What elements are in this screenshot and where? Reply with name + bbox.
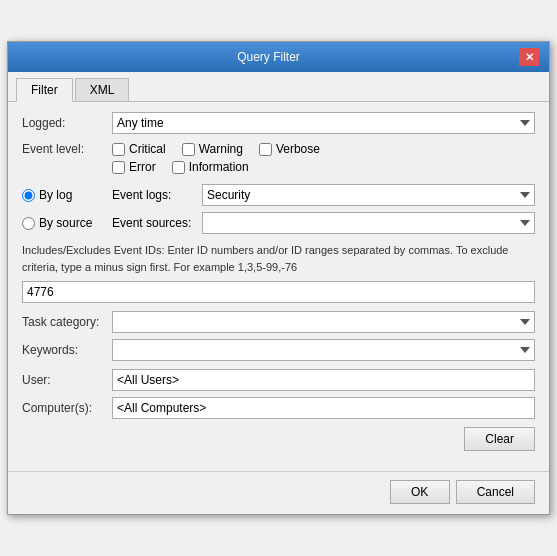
- cancel-button[interactable]: Cancel: [456, 480, 535, 504]
- by-source-label: By source: [39, 216, 92, 230]
- verbose-checkbox-item[interactable]: Verbose: [259, 142, 320, 156]
- logged-select[interactable]: Any time Last hour Last 12 hours Last 24…: [112, 112, 535, 134]
- user-input[interactable]: [112, 369, 535, 391]
- event-level-label: Event level:: [22, 142, 112, 156]
- by-source-radio-label[interactable]: By source: [22, 216, 112, 230]
- information-label: Information: [189, 160, 249, 174]
- by-source-radio[interactable]: [22, 217, 35, 230]
- by-log-radio-label[interactable]: By log: [22, 188, 112, 202]
- by-log-radio[interactable]: [22, 189, 35, 202]
- event-level-checkboxes: Critical Warning Verbose Error: [112, 142, 336, 178]
- event-logs-select[interactable]: Security: [202, 184, 535, 206]
- task-category-control: [112, 311, 535, 333]
- clear-btn-row: Clear: [22, 427, 535, 451]
- keywords-control: [112, 339, 535, 361]
- logged-label: Logged:: [22, 116, 112, 130]
- verbose-label: Verbose: [276, 142, 320, 156]
- event-logs-row: Event logs: Security: [112, 184, 535, 206]
- warning-checkbox[interactable]: [182, 143, 195, 156]
- task-category-select[interactable]: [112, 311, 535, 333]
- by-log-section: By log Event logs: Security: [22, 184, 535, 206]
- task-category-label: Task category:: [22, 315, 112, 329]
- clear-button[interactable]: Clear: [464, 427, 535, 451]
- tab-filter[interactable]: Filter: [16, 78, 73, 102]
- event-sources-control: [202, 212, 535, 234]
- error-checkbox-item[interactable]: Error: [112, 160, 156, 174]
- critical-label: Critical: [129, 142, 166, 156]
- task-category-row: Task category:: [22, 311, 535, 333]
- critical-checkbox-item[interactable]: Critical: [112, 142, 166, 156]
- computer-label: Computer(s):: [22, 401, 112, 415]
- warning-label: Warning: [199, 142, 243, 156]
- keywords-row: Keywords:: [22, 339, 535, 361]
- event-sources-select[interactable]: [202, 212, 535, 234]
- event-sources-label: Event sources:: [112, 216, 202, 230]
- computer-row: Computer(s):: [22, 397, 535, 419]
- error-checkbox[interactable]: [112, 161, 125, 174]
- logged-control: Any time Last hour Last 12 hours Last 24…: [112, 112, 535, 134]
- bottom-buttons: OK Cancel: [8, 471, 549, 514]
- computer-control: [112, 397, 535, 419]
- verbose-checkbox[interactable]: [259, 143, 272, 156]
- close-button[interactable]: ✕: [519, 48, 539, 66]
- by-log-label: By log: [39, 188, 72, 202]
- filter-content: Logged: Any time Last hour Last 12 hours…: [8, 102, 549, 467]
- title-bar: Query Filter ✕: [8, 42, 549, 72]
- checkboxes-row2: Error Information: [112, 160, 336, 174]
- warning-checkbox-item[interactable]: Warning: [182, 142, 243, 156]
- logged-row: Logged: Any time Last hour Last 12 hours…: [22, 112, 535, 134]
- computer-input[interactable]: [112, 397, 535, 419]
- description-text: Includes/Excludes Event IDs: Enter ID nu…: [22, 242, 535, 275]
- by-source-section: By source Event sources:: [22, 212, 535, 234]
- event-level-row: Event level: Critical Warning Verbose: [22, 142, 535, 178]
- user-row: User:: [22, 369, 535, 391]
- event-sources-row: Event sources:: [112, 212, 535, 234]
- event-logs-control: Security: [202, 184, 535, 206]
- ok-button[interactable]: OK: [390, 480, 450, 504]
- tab-bar: Filter XML: [8, 72, 549, 102]
- keywords-label: Keywords:: [22, 343, 112, 357]
- query-filter-dialog: Query Filter ✕ Filter XML Logged: Any ti…: [7, 41, 550, 515]
- tab-xml[interactable]: XML: [75, 78, 130, 101]
- user-control: [112, 369, 535, 391]
- event-logs-label: Event logs:: [112, 188, 202, 202]
- information-checkbox[interactable]: [172, 161, 185, 174]
- critical-checkbox[interactable]: [112, 143, 125, 156]
- dialog-title: Query Filter: [18, 50, 519, 64]
- event-id-input[interactable]: [22, 281, 535, 303]
- user-label: User:: [22, 373, 112, 387]
- information-checkbox-item[interactable]: Information: [172, 160, 249, 174]
- checkboxes-row1: Critical Warning Verbose: [112, 142, 336, 156]
- error-label: Error: [129, 160, 156, 174]
- keywords-select[interactable]: [112, 339, 535, 361]
